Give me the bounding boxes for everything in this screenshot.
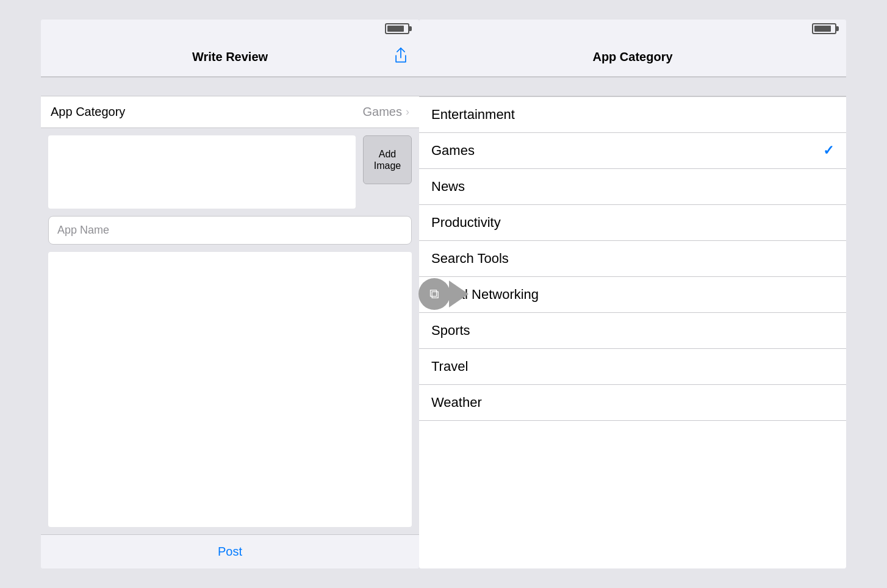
connector-circle: ⧉ (418, 278, 450, 310)
screen-connector: ⧉ (418, 278, 469, 310)
nav-title-right: App Category (592, 50, 672, 64)
chevron-icon: › (406, 106, 409, 118)
app-category-screen: App Category EntertainmentGames✓NewsProd… (419, 20, 846, 568)
gray-separator-left (41, 77, 419, 96)
list-item[interactable]: Games✓ (419, 133, 846, 169)
category-label: App Category (51, 105, 125, 119)
gray-separator-right (419, 77, 846, 96)
nav-bar-left: Write Review (41, 38, 419, 77)
app-name-placeholder: App Name (57, 224, 109, 236)
nav-title-left: Write Review (192, 50, 268, 64)
nav-bar-right: App Category (419, 38, 846, 77)
image-row: Add Image (48, 135, 412, 209)
list-item[interactable]: Weather (419, 385, 846, 421)
battery-icon-right (812, 23, 836, 34)
category-list: EntertainmentGames✓NewsProductivitySearc… (419, 96, 846, 568)
post-button-label: Post (218, 545, 242, 559)
category-item-label: News (431, 179, 465, 195)
list-item[interactable]: Search Tools (419, 241, 846, 277)
connector-icon: ⧉ (429, 286, 439, 302)
category-item-label: Games (431, 143, 475, 159)
add-image-button[interactable]: Add Image (363, 135, 412, 184)
category-item-label: Productivity (431, 215, 501, 231)
list-item[interactable]: Productivity (419, 205, 846, 241)
image-placeholder (48, 135, 356, 209)
share-button[interactable] (392, 47, 409, 68)
list-item[interactable]: Social Networking (419, 277, 846, 313)
list-item[interactable]: Entertainment (419, 96, 846, 133)
list-item[interactable]: Travel (419, 349, 846, 385)
category-item-label: Travel (431, 359, 468, 375)
category-item-label: Search Tools (431, 251, 509, 267)
share-icon (392, 47, 409, 64)
list-item[interactable]: News (419, 169, 846, 205)
app-name-field[interactable]: App Name (48, 216, 412, 245)
content-area: Add Image App Name (41, 128, 419, 534)
post-bar[interactable]: Post (41, 534, 419, 568)
category-row[interactable]: App Category Games › (41, 96, 419, 128)
connector-arrow (449, 281, 469, 307)
category-item-label: Sports (431, 323, 470, 339)
list-item[interactable]: Sports (419, 313, 846, 349)
checkmark-icon: ✓ (823, 143, 834, 159)
category-value: Games › (363, 105, 409, 119)
review-textarea[interactable] (48, 252, 412, 527)
category-item-label: Weather (431, 395, 482, 411)
battery-icon-left (385, 23, 409, 34)
status-bar-right (419, 20, 846, 38)
screens-container: Write Review App Category Games › (0, 0, 887, 588)
category-item-label: Entertainment (431, 107, 515, 123)
category-value-text: Games (363, 105, 402, 119)
write-review-screen: Write Review App Category Games › (41, 20, 419, 568)
status-bar-left (41, 20, 419, 38)
